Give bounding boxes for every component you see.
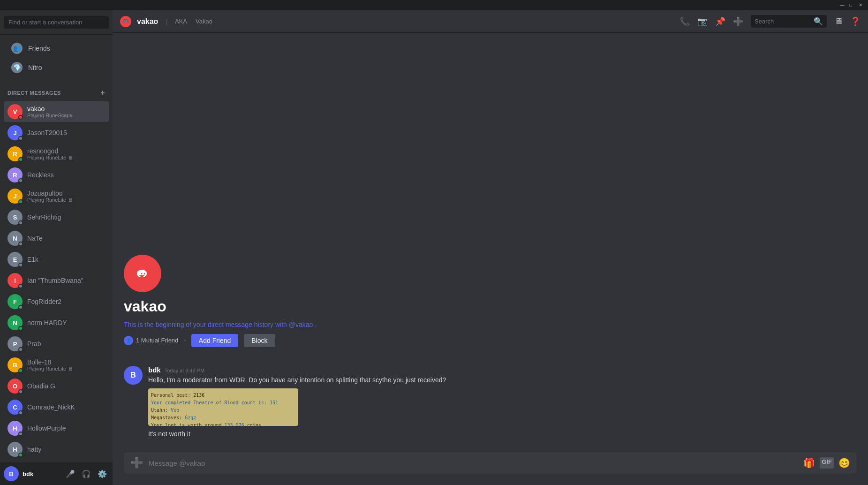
dm-list: V vakao Playing RuneScape J JasonT20015: [0, 99, 113, 462]
dm-avatar-vakao: V: [8, 104, 23, 119]
help-icon[interactable]: ❓: [850, 16, 860, 27]
mutual-count: 1 Mutual Friend: [136, 337, 178, 344]
dm-item-e1k[interactable]: E E1k: [4, 249, 109, 270]
dm-info-ian: Ian "ThumbBwana": [27, 277, 83, 284]
add-attachment-button[interactable]: ➕: [130, 457, 143, 469]
dm-name-nate: NaTe: [27, 235, 43, 242]
header-divider: |: [166, 18, 167, 25]
gift-icon[interactable]: 🎁: [803, 457, 815, 469]
minimize-button[interactable]: —: [840, 2, 845, 8]
dm-item-hollowpurple[interactable]: H HollowPurple: [4, 418, 109, 439]
dm-info-fogridder2: FogRidder2: [27, 298, 61, 305]
header-actions: 📞 📷 📌 ➕ 🔍 🖥 ❓: [679, 15, 860, 28]
video-icon[interactable]: 📷: [697, 16, 708, 27]
message-input[interactable]: [149, 459, 798, 467]
dm-name-sehrrichtig: SehrRichtig: [27, 213, 61, 221]
dm-item-jozuapultoo[interactable]: J Jozuapultoo Playing RuneLite 🖥: [4, 186, 109, 206]
block-button[interactable]: Block: [244, 334, 275, 347]
dm-info-obadia: Obadia G: [27, 382, 55, 390]
dm-name-prab: Prab: [27, 340, 41, 348]
dm-avatar-ian: I: [8, 273, 23, 288]
pin-icon[interactable]: 📌: [715, 16, 725, 27]
dm-avatar-normhardy: N: [8, 315, 23, 330]
header-search[interactable]: 🔍: [751, 15, 827, 28]
maximize-button[interactable]: □: [849, 2, 855, 8]
dm-avatar-jozuapultoo: J: [8, 189, 23, 204]
dm-info-resnoogod: resnoogod Playing RuneLite 🖥: [27, 147, 73, 160]
dm-avatar-comrade: C: [8, 400, 23, 415]
dm-item-nate[interactable]: N NaTe: [4, 228, 109, 249]
dm-item-fogridder2[interactable]: F FogRidder2: [4, 291, 109, 312]
game-screenshot: Personal best: 2136 Your completed Theat…: [148, 388, 298, 426]
find-conversation-input[interactable]: [4, 16, 109, 29]
dm-info-nate: NaTe: [27, 235, 43, 242]
dm-name-jozuapultoo: Jozuapultoo: [27, 189, 73, 197]
dm-info-jasont20015: JasonT20015: [27, 129, 67, 136]
close-button[interactable]: ✕: [859, 2, 864, 8]
game-line-4: Megastaves: Gzgz: [151, 414, 295, 421]
microphone-icon[interactable]: 🎤: [64, 468, 77, 480]
add-member-icon[interactable]: ➕: [733, 16, 743, 27]
sidebar: 👥 Friends 💎 Nitro Direct Messages + V va…: [0, 10, 113, 485]
app-body: 👥 Friends 💎 Nitro Direct Messages + V va…: [0, 10, 868, 485]
add-friend-button[interactable]: Add Friend: [191, 334, 238, 347]
game-line-2: Your completed Theatre of Blood count is…: [151, 399, 295, 406]
dm-item-sehrrichtig[interactable]: S SehrRichtig: [4, 207, 109, 227]
gif-button[interactable]: GIF: [820, 457, 834, 469]
chat-input-box: ➕ 🎁 GIF 😊: [124, 452, 857, 474]
message-header-bdk: bdk Today at 9:46 PM: [148, 366, 857, 374]
main-content: 🎮 vakao | AKA Vakao 📞 📷 📌 ➕ 🔍 🖥 ❓: [113, 10, 868, 485]
dm-item-reckless[interactable]: R Reckless: [4, 165, 109, 185]
call-icon[interactable]: 📞: [679, 16, 690, 27]
profile-desc-text: This is the beginning of your direct mes…: [124, 321, 287, 328]
dm-name-normhardy: norm HARDY: [27, 319, 67, 326]
dm-info-hatty: hatty: [27, 446, 41, 453]
dm-item-jasont20015[interactable]: J JasonT20015: [4, 122, 109, 143]
search-input[interactable]: [755, 18, 811, 25]
dm-item-normhardy[interactable]: N norm HARDY: [4, 312, 109, 333]
dm-name-fogridder2: FogRidder2: [27, 298, 61, 305]
screen-icon[interactable]: 🖥: [834, 16, 843, 26]
dm-avatar-prab: P: [8, 336, 23, 351]
sidebar-item-friends[interactable]: 👥 Friends: [4, 39, 109, 58]
dm-avatar-hollowpurple: H: [8, 421, 23, 436]
sidebar-item-nitro[interactable]: 💎 Nitro: [4, 58, 109, 77]
chat-header-name: vakao: [137, 17, 158, 26]
profile-mention: @vakao: [289, 321, 313, 328]
dm-avatar-jasont20015: J: [8, 125, 23, 140]
game-line-3: Utahn: Voo: [151, 407, 295, 414]
dm-name-obadia: Obadia G: [27, 382, 55, 390]
dm-item-bolle18[interactable]: B Bolle-18 Playing RuneLite 🖥: [4, 355, 109, 375]
dm-info-e1k: E1k: [27, 256, 38, 263]
dm-avatar-bolle18: B: [8, 357, 23, 372]
dm-status-bolle18: Playing RuneLite 🖥: [27, 366, 73, 371]
emoji-icon[interactable]: 😊: [838, 457, 850, 469]
dm-avatar-reckless: R: [8, 167, 23, 182]
dm-name-ian: Ian "ThumbBwana": [27, 277, 83, 284]
dm-header-label: Direct Messages: [8, 90, 61, 96]
dm-avatar-obadia: O: [8, 379, 23, 394]
dm-item-hatty[interactable]: H hatty: [4, 439, 109, 460]
dm-name-hollowpurple: HollowPurple: [27, 424, 66, 432]
settings-icon[interactable]: ⚙️: [96, 468, 109, 480]
dm-item-vakao[interactable]: V vakao Playing RuneScape: [4, 101, 109, 122]
dm-item-resnoogod[interactable]: R resnoogod Playing RuneLite 🖥: [4, 144, 109, 164]
friends-icon: 👥: [11, 43, 23, 54]
dm-info-reckless: Reckless: [27, 171, 54, 179]
message-time-bdk: Today at 9:46 PM: [165, 368, 205, 373]
dm-item-ian[interactable]: I Ian "ThumbBwana": [4, 270, 109, 291]
dm-info-hollowpurple: HollowPurple: [27, 424, 66, 432]
dm-avatar-sehrrichtig: S: [8, 210, 23, 225]
message-content-bdk: bdk Today at 9:46 PM Hello, I'm a modera…: [148, 366, 857, 439]
search-bar[interactable]: [0, 10, 113, 35]
friends-label: Friends: [28, 45, 50, 52]
header-aka-label: AKA: [175, 18, 187, 25]
headphone-icon[interactable]: 🎧: [80, 468, 93, 480]
dm-item-obadia[interactable]: O Obadia G: [4, 376, 109, 396]
profile-desc-end: .: [315, 321, 317, 328]
messages-area: B bdk Today at 9:46 PM Hello, I'm a mode…: [113, 358, 868, 452]
dm-item-prab[interactable]: P Prab: [4, 333, 109, 354]
dm-info-comrade: Comrade_NickK: [27, 403, 75, 411]
dm-item-comrade[interactable]: C Comrade_NickK: [4, 397, 109, 417]
dm-add-button[interactable]: +: [100, 89, 105, 97]
